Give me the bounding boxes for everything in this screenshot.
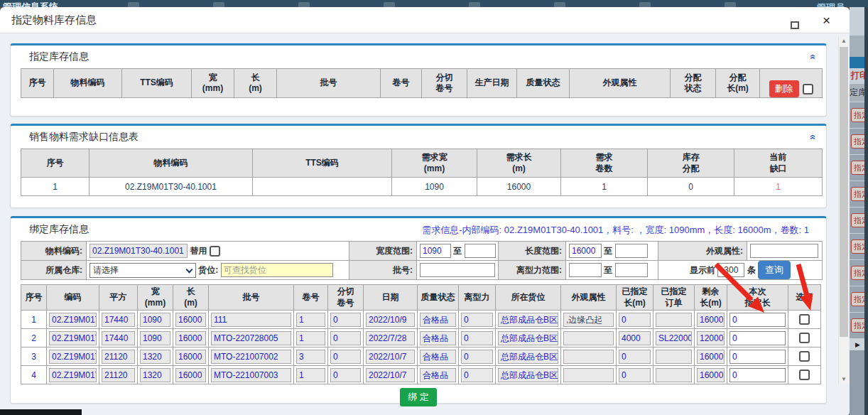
column-header: 日期 [364, 285, 418, 311]
cell-code: 02.Z19M01T30-40.1001 [49, 331, 97, 345]
row-select-checkbox[interactable] [799, 333, 810, 343]
row-select-checkbox[interactable] [799, 351, 810, 362]
column-header: 分配 长(m) [716, 69, 760, 98]
section-demand-gap: 销售物料需求缺口信息表 « 序号物料编码TTS编码需求宽 (mm)需求长 (m)… [10, 124, 827, 208]
cell-assigned-length: 0 [619, 368, 651, 382]
cell-roll: 1 [296, 331, 325, 345]
cell-assigned-order: SL22000 [656, 331, 692, 345]
cell-length: 16000 [175, 331, 206, 345]
warehouse-select[interactable]: 请选择 [89, 263, 196, 278]
cell-roll: 3 [296, 350, 325, 364]
cell-remaining-length: 16000 [697, 313, 725, 327]
column-header: 当前 缺口 [734, 149, 823, 178]
width-to-input[interactable] [465, 244, 496, 258]
delete-button[interactable]: 删除 [769, 80, 799, 98]
column-header: 长 (m) [173, 285, 209, 311]
cell-lot: MTO-220728005 [211, 331, 291, 345]
column-header: 质量状态 [418, 285, 459, 311]
close-icon[interactable]: × [823, 13, 830, 28]
show-first-label: 显示前 [690, 265, 715, 275]
cell-location: 总部成品仓B区 [498, 331, 558, 345]
warehouse-cell: 请选择 货位: 可查找货位 [87, 261, 349, 280]
column-header: 编码 [47, 285, 99, 311]
column-header: 库存 分配 [648, 149, 734, 178]
length-range-cell: 16000 至 [566, 242, 658, 261]
cell-lot: MTO-221007003 [211, 368, 291, 382]
lot-input[interactable] [420, 263, 495, 277]
section-title: 指定库存信息 [19, 45, 818, 68]
cell-length: 16000 [175, 350, 206, 364]
collapse-icon[interactable]: « [808, 54, 819, 60]
collapse-icon[interactable]: « [808, 134, 819, 140]
background-user-label: 管理员 [817, 1, 845, 7]
cell-seq: 3 [21, 347, 47, 366]
cell-quality: 合格品 [420, 350, 456, 364]
dialog-body: 指定库存信息 « 序号物料编码TTS编码宽 (mm)长 (m)批号卷号分切 卷号… [0, 33, 850, 415]
maximize-icon[interactable] [791, 21, 799, 29]
appearance-input[interactable] [750, 244, 818, 258]
scrollbar-thumb[interactable] [840, 47, 848, 337]
cell-sqm: 17440 [102, 331, 135, 345]
length-to-input[interactable] [615, 244, 648, 258]
this-assign-length-input[interactable]: 0 [729, 368, 786, 382]
cell-roll: 1 [296, 313, 325, 327]
alt-use-checkbox[interactable] [210, 246, 220, 257]
to-label: 至 [604, 246, 612, 256]
release-to-input[interactable] [615, 263, 648, 277]
row-select-checkbox[interactable] [799, 370, 810, 380]
width-range-cell: 1090 至 [417, 242, 499, 261]
column-header: 需求长 (m) [477, 149, 561, 178]
column-header: 质量状态 [517, 69, 570, 98]
column-header: 序号 [21, 149, 89, 178]
release-from-input[interactable] [569, 263, 602, 277]
column-header: 选择 [788, 285, 821, 311]
length-from-input[interactable]: 16000 [569, 244, 602, 258]
show-count-input[interactable]: 300 [717, 263, 744, 277]
table-row: 302.Z19M01T30-40.100121120132016000MTO-2… [21, 347, 821, 366]
bind-button[interactable]: 绑 定 [400, 388, 437, 406]
cell-date: 2022/10/7 [366, 368, 415, 382]
slot-input[interactable]: 可查找货位 [221, 263, 333, 277]
menubar-icon [384, 2, 395, 7]
menubar-icon [639, 2, 651, 7]
column-header: 序号 [21, 69, 54, 98]
column-header: 卷号 [381, 69, 422, 98]
menubar-icon [554, 2, 565, 7]
column-header: 批号 [209, 285, 294, 311]
this-assign-length-input[interactable]: 0 [729, 350, 786, 364]
cell-assigned-order [656, 350, 692, 364]
cell-assigned-length: 0 [619, 313, 651, 327]
unit-label: 条 [747, 265, 756, 275]
cell-location: 总部成品仓B区 [498, 368, 558, 382]
cell-seq: 2 [21, 329, 47, 347]
cell-material-code: 02.Z19M01T30-40.1001 [89, 178, 253, 196]
column-header: 剩余 长(m) [695, 285, 727, 311]
material-code-field: 02.Z19M01T30-40.1001 [89, 244, 188, 258]
column-header: 所在货位 [496, 285, 561, 311]
cell-code: 02.Z19M01T30-40.1001 [49, 368, 97, 382]
column-header: 长 (m) [234, 69, 277, 98]
select-all-checkbox[interactable] [803, 84, 813, 95]
dialog-specify-material-inventory: 指定物料库存信息 × 指定库存信息 « 序号物料编码TTS编码宽 (mm)长 (… [0, 7, 850, 409]
modal-scrollbar[interactable]: ▲ ▼ [838, 36, 849, 384]
row-select-checkbox[interactable] [799, 314, 810, 325]
width-from-input[interactable]: 1090 [420, 244, 451, 258]
appearance-label: 外观属性: [658, 242, 747, 261]
this-assign-length-input[interactable]: 0 [729, 331, 786, 345]
cell-assigned-order [656, 313, 692, 327]
cell-demand-rolls: 1 [561, 178, 648, 196]
column-header: 批号 [277, 69, 381, 98]
column-header: 已指定 长(m) [617, 285, 653, 311]
scroll-down-icon[interactable]: ▼ [839, 374, 849, 384]
cell-lot: 111 [211, 313, 291, 327]
table-row: 1 02.Z19M01T30-40.1001 1090 16000 1 0 1 [21, 178, 823, 196]
demand-gap-table: 序号物料编码TTS编码需求宽 (mm)需求长 (m)需求 卷数库存 分配当前 缺… [21, 149, 823, 196]
bind-inventory-table: 序号编码平方宽 (mm)长 (m)批号卷号分切 卷号日期质量状态离型力所在货位外… [21, 284, 821, 384]
cell-slit-roll: 0 [330, 368, 361, 382]
scroll-up-icon[interactable]: ▲ [839, 36, 849, 46]
query-button[interactable]: 查询 [758, 261, 791, 279]
this-assign-length-input[interactable]: 0 [729, 313, 786, 327]
cell-sqm: 21120 [102, 368, 135, 382]
to-label: 至 [453, 246, 462, 256]
cell-slit-roll: 0 [330, 350, 361, 364]
